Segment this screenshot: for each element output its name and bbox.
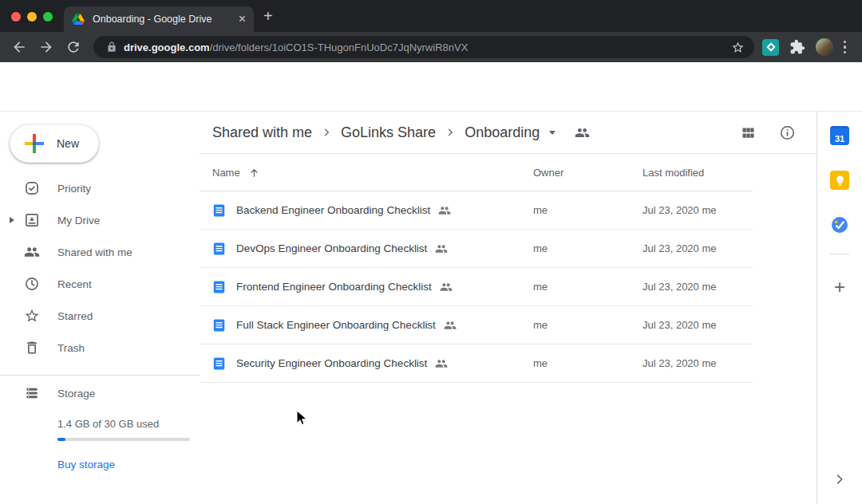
file-owner: me [533, 204, 643, 216]
new-tab-button[interactable]: + [263, 8, 273, 24]
shared-people-icon [435, 242, 448, 255]
browser-tab-strip: Onboarding - Google Drive × + [0, 0, 862, 32]
sidebar-item-priority[interactable]: Priority [0, 172, 200, 204]
window-minimize-button[interactable] [27, 12, 37, 22]
shared-people-icon [440, 281, 453, 293]
lock-icon [106, 41, 117, 53]
sidebar-item-recent[interactable]: Recent [0, 268, 200, 300]
new-button-label: New [57, 137, 79, 150]
browser-menu-icon[interactable] [844, 41, 846, 53]
browser-toolbar: drive.google.com /drive/folders/1oiCO1S-… [0, 32, 862, 62]
calendar-icon[interactable]: 31 [830, 126, 849, 145]
browser-profile-avatar[interactable] [816, 38, 833, 56]
file-name: Backend Engineer Onboarding Checklist [236, 204, 430, 216]
get-addons-icon[interactable]: + [834, 278, 845, 297]
file-modified: Jul 23, 2020 me [643, 357, 753, 369]
sidebar-item-storage[interactable]: Storage [0, 375, 200, 411]
back-icon[interactable] [11, 39, 27, 55]
sidebar-item-label: Starred [57, 310, 93, 322]
file-row[interactable]: Backend Engineer Onboarding Checklist me… [200, 191, 753, 230]
file-row[interactable]: Full Stack Engineer Onboarding Checklist… [200, 306, 753, 345]
file-modified: Jul 23, 2020 me [643, 281, 753, 293]
breadcrumb-onboarding[interactable]: Onboarding [465, 124, 540, 141]
folder-shared-icon [575, 125, 590, 140]
storage-section: Storage 1.4 GB of 30 GB used Buy storage [0, 375, 200, 471]
docs-file-icon [212, 279, 226, 295]
priority-icon [24, 180, 40, 196]
expand-arrow-icon[interactable] [10, 217, 14, 223]
sort-ascending-icon[interactable] [248, 167, 260, 179]
column-last-modified[interactable]: Last modified [643, 167, 753, 179]
drive-header: Drive ? G Suite [0, 62, 862, 112]
breadcrumb-shared-with-me[interactable]: Shared with me [212, 124, 312, 141]
panel-divider [830, 254, 849, 254]
star-icon [24, 308, 40, 324]
main-content: Shared with me GoLinks Share Onboarding [200, 112, 817, 504]
reload-icon[interactable] [65, 39, 81, 55]
window-close-button[interactable] [11, 12, 21, 22]
info-icon[interactable] [779, 124, 796, 141]
bookmark-star-icon[interactable] [731, 41, 745, 54]
collapse-panel-icon[interactable] [832, 472, 847, 486]
file-modified: Jul 23, 2020 me [643, 204, 753, 216]
file-list-header: Name Owner Last modified [200, 154, 753, 191]
window-zoom-button[interactable] [43, 12, 53, 22]
chevron-right-icon [319, 125, 334, 140]
drive-favicon-icon [72, 14, 85, 25]
window-controls [11, 12, 53, 22]
clock-icon [24, 276, 40, 292]
file-name: Full Stack Engineer Onboarding Checklist [236, 319, 436, 331]
browser-tab[interactable]: Onboarding - Google Drive × [64, 6, 254, 32]
file-owner: me [533, 319, 643, 331]
forward-icon[interactable] [38, 39, 54, 55]
column-name[interactable]: Name [212, 167, 240, 179]
file-name: Security Engineer Onboarding Checklist [236, 357, 427, 369]
storage-icon [24, 385, 40, 401]
breadcrumb-golinks-share[interactable]: GoLinks Share [341, 124, 436, 141]
buy-storage-link[interactable]: Buy storage [57, 459, 200, 471]
new-button[interactable]: New [10, 124, 99, 163]
storage-label: Storage [57, 388, 95, 400]
shared-people-icon [444, 319, 457, 332]
mouse-cursor [295, 410, 309, 427]
file-owner: me [533, 242, 643, 254]
storage-progress-bar [57, 438, 190, 441]
extensions-puzzle-icon[interactable] [789, 39, 805, 55]
shared-people-icon [438, 204, 451, 217]
sidebar: New Priority My Drive Shared with [0, 112, 200, 504]
column-owner[interactable]: Owner [533, 167, 643, 179]
toolbar-extensions [762, 38, 849, 56]
tasks-icon[interactable] [830, 215, 849, 234]
file-modified: Jul 23, 2020 me [643, 242, 753, 254]
url-path: /drive/folders/1oiCO1S-THugonFnUoDc7JqNy… [210, 41, 725, 53]
docs-file-icon [212, 203, 226, 219]
sidebar-nav: Priority My Drive Shared with me Recen [0, 172, 200, 364]
google-plus-icon [22, 131, 47, 156]
sidebar-item-trash[interactable]: Trash [0, 332, 200, 364]
storage-usage-text: 1.4 GB of 30 GB used [57, 418, 200, 430]
sidebar-item-my-drive[interactable]: My Drive [0, 204, 200, 236]
tab-close-icon[interactable]: × [239, 13, 246, 26]
sidebar-item-starred[interactable]: Starred [0, 300, 200, 332]
docs-file-icon [212, 317, 226, 333]
file-row[interactable]: Security Engineer Onboarding Checklist m… [200, 345, 753, 383]
file-row[interactable]: DevOps Engineer Onboarding Checklist me … [200, 230, 753, 268]
file-name: Frontend Engineer Onboarding Checklist [236, 281, 432, 293]
docs-file-icon [212, 241, 226, 257]
file-owner: me [533, 281, 643, 293]
folder-menu-caret-icon[interactable] [549, 131, 556, 135]
file-row[interactable]: Frontend Engineer Onboarding Checklist m… [200, 268, 753, 306]
file-owner: me [533, 357, 643, 369]
shared-people-icon [435, 357, 448, 370]
docs-file-icon [212, 356, 226, 372]
side-panel: 31 + [817, 112, 862, 504]
address-bar[interactable]: drive.google.com /drive/folders/1oiCO1S-… [93, 36, 754, 58]
file-modified: Jul 23, 2020 me [643, 319, 753, 331]
sidebar-item-shared-with-me[interactable]: Shared with me [0, 236, 200, 268]
grid-view-icon[interactable] [740, 124, 757, 141]
tab-title: Onboarding - Google Drive [93, 14, 232, 25]
sidebar-item-label: My Drive [57, 215, 100, 226]
file-name: DevOps Engineer Onboarding Checklist [236, 242, 427, 254]
golinks-extension-icon[interactable] [762, 39, 779, 56]
keep-icon[interactable] [830, 171, 849, 190]
